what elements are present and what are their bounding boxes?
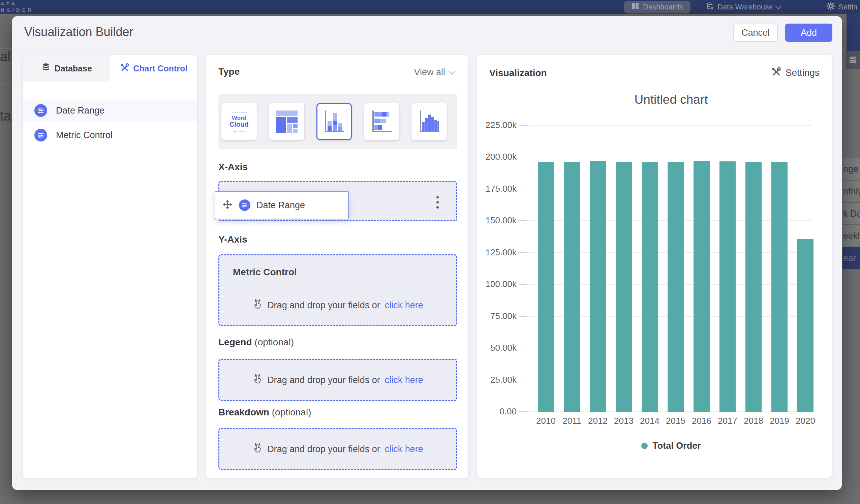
y-axis-drop-zone[interactable]: Metric Control Drag and drop your fields… [218,254,457,326]
x-tick-label: 2020 [792,416,819,426]
x-axis-drop-zone[interactable]: Date Range [218,181,457,221]
bar-2013 [616,162,632,412]
y-tick [519,348,527,348]
y-tick-label: 150.00k [473,215,517,226]
nav-data-warehouse[interactable]: Data Warehouse [706,0,781,14]
visualization-panel-title: Visualization [489,68,547,78]
bar-2012 [590,161,606,412]
click-here-link[interactable]: click here [385,375,423,385]
view-all-dropdown[interactable]: View all [414,67,455,77]
dashboard-grid-icon [632,2,640,12]
backdrop-menu-item[interactable]: k Date [843,203,860,225]
y-tick [519,252,527,253]
drop-hint-text: Drag and drop your fields or [267,300,380,311]
sliders-icon [34,104,47,117]
more-options-icon[interactable] [436,196,439,208]
field-item-metric-control[interactable]: Metric Control [23,124,197,146]
nav-settings-label: Settin [838,3,857,12]
x-tick-label: 2013 [610,416,637,426]
x-tick-label: 2010 [532,416,559,426]
database-icon [41,63,51,74]
bar-2016 [693,161,710,412]
date-range-field-chip[interactable]: Date Range [215,191,349,219]
y-tick [519,125,527,126]
nav-settings[interactable]: Settin [826,0,857,14]
view-all-label: View all [414,67,445,77]
x-tick-label: 2014 [636,416,663,426]
chevron-down-icon [775,3,782,10]
drop-hint-text: Drag and drop your fields or [267,375,380,385]
chart-type-treemap[interactable] [269,103,304,140]
backdrop-divider [0,84,12,84]
bar-2020 [797,239,814,412]
bar-plot: 225.00k200.00k175.00k150.00k125.00k100.0… [530,125,812,412]
breakdown-drop-zone[interactable]: Drag and drop your fields or click here [218,428,457,470]
metric-control-title: Metric Control [233,267,297,278]
visualization-builder-modal: Visualization Builder Cancel Add Databas… [12,16,842,490]
backdrop-menu-item[interactable]: nge [843,158,860,181]
tools-icon [771,66,781,79]
tab-chart-control[interactable]: Chart Control [110,55,198,82]
field-item-label: Date Range [56,105,104,116]
x-tick-label: 2018 [740,416,767,426]
chart-type-stacked-column[interactable] [316,103,352,140]
gridline [530,157,812,157]
x-axis-section-label: X-Axis [218,162,248,172]
tab-chart-control-label: Chart Control [133,64,187,73]
field-item-date-range[interactable]: Date Range [23,99,197,121]
backdrop-menu-item[interactable]: nthly [843,181,860,203]
nav-dashboards[interactable]: Dashboards [624,1,690,13]
app-logo: ATA NSIDER [1,0,34,13]
save-icon[interactable] [846,51,860,69]
click-here-link[interactable]: click here [385,444,423,455]
tools-icon [120,63,129,74]
x-tick-label: 2017 [714,416,741,426]
click-hand-icon [253,299,262,312]
click-here-link[interactable]: click here [385,300,423,311]
bar-2015 [668,162,684,412]
nav-data-warehouse-label: Data Warehouse [717,3,773,12]
page-title: Visualization Builder [24,25,133,39]
cancel-button[interactable]: Cancel [733,24,778,42]
chart-type-stacked-bar[interactable] [364,103,399,140]
y-axis-section-label: Y-Axis [218,234,247,245]
y-tick-label: 225.00k [473,120,517,130]
chart-type-column[interactable] [412,103,447,140]
field-item-label: Metric Control [56,130,113,141]
y-tick-label: 175.00k [473,184,517,194]
backdrop-partial-text: ta [0,109,11,124]
x-tick-label: 2015 [662,416,689,426]
settings-button[interactable]: Settings [771,66,820,79]
x-tick-label: 2012 [584,416,611,426]
settings-label: Settings [786,67,820,78]
tab-database[interactable]: Database [23,55,110,82]
y-tick [519,189,527,189]
chart-legend: Total Order [530,441,812,451]
y-tick-label: 75.00k [473,311,517,321]
breakdown-section-label: Breakdown (optional) [218,407,311,418]
backdrop-menu-item[interactable]: eekly [843,225,860,247]
legend-series-label: Total Order [653,441,701,451]
panel-tabs: Database Chart Control [23,55,197,82]
legend-drop-zone[interactable]: Drag and drop your fields or click here [218,359,457,401]
click-hand-icon [253,442,262,456]
y-tick-label: 50.00k [473,343,517,353]
legend-dot-icon [641,443,648,449]
y-tick [519,316,527,317]
y-tick [519,284,527,285]
click-hand-icon [253,373,262,387]
backdrop-menu-item[interactable]: ear [843,247,860,270]
gear-icon [826,2,835,13]
y-tick [519,157,527,157]
y-tick-label: 25.00k [473,375,517,385]
builder-panel: Type View all metrics analytics Word Clo… [206,55,468,478]
y-tick-label: 100.00k [473,279,517,289]
bar-2010 [538,162,554,412]
bar-2017 [719,161,736,412]
add-button[interactable]: Add [785,24,832,42]
bar-2011 [564,162,580,412]
sliders-icon [34,129,47,142]
x-tick-label: 2016 [688,416,715,426]
chart-type-word-cloud[interactable]: metrics analytics Word Cloud data insigh… [221,103,257,140]
y-tick-label: 125.00k [473,247,517,258]
